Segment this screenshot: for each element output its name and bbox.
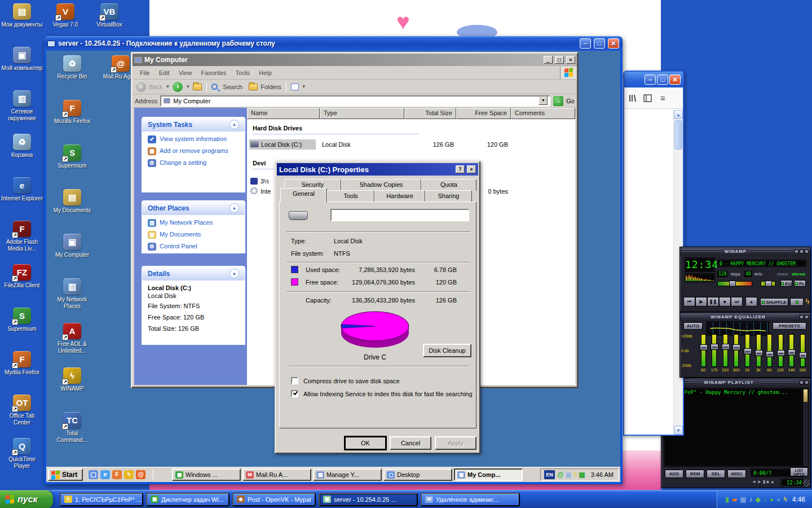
track-title-marquee[interactable]: 0 - HAPPY MERCURY // GHOSTEM: [717, 260, 806, 267]
search-label[interactable]: Search: [223, 84, 242, 90]
desktop-icon-filezilla-client[interactable]: FZ↗FileZilla Client: [1, 264, 43, 308]
tab-sharing[interactable]: Sharing: [425, 190, 472, 202]
scroll-thumb[interactable]: [674, 120, 682, 150]
disk-cleanup-button[interactable]: Disk Cleanup: [423, 344, 471, 357]
other-places-header[interactable]: Other Places ▲: [142, 201, 245, 215]
repeat-button[interactable]: [790, 298, 804, 306]
tab-quota[interactable]: Quota: [421, 179, 476, 191]
cancel-button[interactable]: Cancel: [390, 436, 431, 450]
eq-thumb-600[interactable]: [732, 344, 740, 351]
scroll-down-icon[interactable]: ▼: [674, 426, 683, 435]
winamp-playlist-buttons[interactable]: [800, 380, 809, 384]
file-name[interactable]: Local Disk (C:): [261, 141, 302, 148]
menu-view[interactable]: View: [175, 68, 196, 77]
balance-thumb[interactable]: [765, 281, 772, 287]
tab-tools[interactable]: Tools: [327, 190, 374, 202]
sidebar-icon[interactable]: [643, 94, 652, 102]
up-icon[interactable]: [193, 84, 202, 90]
explorer-titlebar[interactable]: My Computer _ □ ×: [133, 54, 577, 66]
desktop-icon-сетевое-окружение[interactable]: ▥Сетевое окружение: [1, 90, 43, 134]
tab-shadow-copies[interactable]: Shadow Copies: [341, 179, 421, 191]
indexing-checkbox[interactable]: [291, 390, 298, 397]
desktop-icon-quicktime-player[interactable]: Q↗QuickTime Player: [1, 438, 43, 481]
eq-slider-170[interactable]: [712, 334, 717, 367]
browser-window[interactable]: – □ ✕ ≡ ▲ ▼: [623, 71, 684, 436]
column-header-free-space[interactable]: Free Space: [456, 108, 511, 119]
eq-slider-310[interactable]: [723, 334, 728, 367]
winamp-window-buttons[interactable]: [795, 249, 809, 253]
playlist-add-button[interactable]: ADD: [665, 470, 683, 478]
panel-item-my-documents[interactable]: ▤My Documents: [148, 231, 241, 239]
ok-button[interactable]: OK: [345, 436, 386, 450]
eq-slider-6K[interactable]: [767, 334, 772, 367]
system-tasks-header[interactable]: System Tasks ▲: [142, 117, 245, 132]
folders-label[interactable]: Folders: [261, 84, 281, 90]
desktop-icon-free-aol-unlimited[interactable]: A↗Free AOL & Unlimited...: [50, 323, 95, 367]
task-button-удалённое-админис[interactable]: WУдалённое админис...: [421, 493, 520, 506]
desktop-icon-internet-explorer[interactable]: eInternet Explorer: [1, 177, 43, 221]
menu-help[interactable]: Help: [255, 68, 276, 77]
winamp-eq-buttons[interactable]: [800, 315, 809, 319]
close-button[interactable]: ×: [467, 165, 476, 173]
eq-thumb-6K[interactable]: [766, 351, 774, 357]
column-header-name[interactable]: Name: [247, 108, 320, 119]
task-button-post-openvk-mypal[interactable]: ◆Post - OpenVK - Mypal: [232, 493, 316, 506]
eq-toggle-button[interactable]: EQ: [780, 280, 792, 287]
back-label[interactable]: Back: [149, 84, 162, 90]
volume-label-input[interactable]: [330, 209, 469, 221]
menu-tools[interactable]: Tools: [232, 68, 254, 77]
task-button-1-рес-сър-с-рер[interactable]: ϟ1. РеСѓСЪРµС‡РеР° ...: [60, 493, 143, 506]
pl-toggle-button[interactable]: PL: [794, 280, 806, 287]
desktop-icon-office-tab-center[interactable]: OT↗Office Tab Center: [1, 395, 43, 438]
play-button[interactable]: ▶: [695, 297, 707, 306]
volume-slider[interactable]: [717, 281, 752, 286]
balance-slider[interactable]: [761, 281, 775, 286]
task-button-server-10-254-0-25[interactable]: ▣server - 10.254.0.25 ...: [319, 493, 418, 506]
updater-icon[interactable]: ●: [776, 496, 780, 503]
shield-icon[interactable]: ◆: [756, 496, 761, 503]
file-row-local-disk[interactable]: Local Disk (C:) Local Disk 126 GB 120 GB: [249, 139, 575, 150]
help-button[interactable]: ?: [456, 165, 465, 173]
desktop-icon-my-documents[interactable]: ▤My Documents: [50, 189, 95, 234]
playlist-resize-grip[interactable]: [803, 480, 810, 487]
file-name[interactable]: Inte: [261, 188, 271, 195]
shuffle-button[interactable]: SHUFFLE: [760, 298, 788, 306]
column-header-comments[interactable]: Comments: [511, 108, 575, 119]
library-icon[interactable]: [629, 94, 638, 102]
back-icon[interactable]: ‹: [136, 82, 146, 92]
playlist-mini-transport[interactable]: ◄►▮■▲: [752, 479, 776, 484]
firefox-icon[interactable]: F: [112, 470, 122, 479]
rdp-window[interactable]: server - 10.254.0.25 - Подключение к уда…: [44, 36, 623, 484]
forward-dropdown-icon[interactable]: ▼: [186, 84, 190, 89]
battery-icon[interactable]: ▮: [725, 496, 729, 503]
show-desktop-icon[interactable]: ▢: [89, 470, 98, 479]
menu-icon[interactable]: ≡: [660, 93, 665, 103]
tab-general[interactable]: General: [280, 188, 327, 202]
winamp-icon[interactable]: ϟ: [573, 471, 577, 479]
task-button-my-comp[interactable]: ▣My Comp...: [454, 468, 523, 481]
close-button[interactable]: ✕: [608, 38, 619, 49]
eq-thumb-60[interactable]: [700, 344, 708, 351]
go-icon[interactable]: →: [553, 96, 563, 106]
shade-icon[interactable]: [800, 315, 804, 319]
close-icon[interactable]: [805, 315, 809, 319]
mailru-agent-icon[interactable]: @: [557, 471, 564, 479]
playlist-misc-button[interactable]: MISC: [727, 470, 746, 478]
menu-favorites[interactable]: Favorites: [197, 68, 230, 77]
panel-item-control-panel[interactable]: ⚙Control Panel: [148, 243, 241, 251]
minimize-button[interactable]: _: [544, 56, 553, 64]
host-start-button[interactable]: пуск: [0, 491, 53, 508]
indicator-icon[interactable]: ▦: [579, 471, 585, 479]
panel-item-my-network-places[interactable]: ▥My Network Places: [148, 219, 241, 227]
mediaget-icon[interactable]: ●: [770, 496, 774, 503]
desktop-icon-мои-документы[interactable]: ▤Мои документы: [1, 3, 43, 47]
details-header[interactable]: Details ▲: [142, 266, 245, 281]
next-button[interactable]: ⏭: [731, 297, 743, 306]
views-dropdown-icon[interactable]: ▼: [302, 84, 306, 89]
desktop-icon-my-computer[interactable]: ▣My Computer: [50, 234, 95, 278]
playlist-sel-button[interactable]: SEL: [707, 470, 725, 478]
minimize-button[interactable]: –: [645, 75, 656, 85]
indexing-label[interactable]: Allow Indexing Service to index this dis…: [303, 391, 473, 397]
collapse-chevron-icon[interactable]: ▲: [230, 203, 239, 213]
menu-edit[interactable]: Edit: [155, 68, 174, 77]
